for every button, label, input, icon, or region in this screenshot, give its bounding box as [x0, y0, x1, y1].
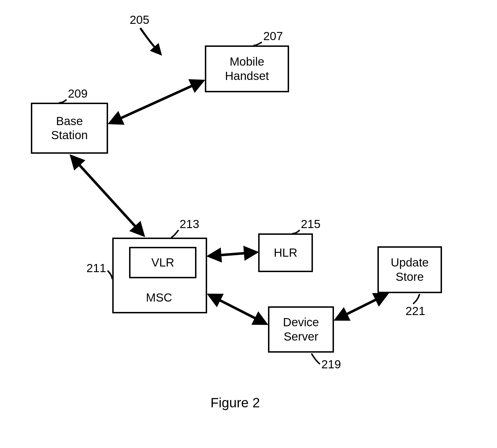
arrow-deviceserver-updatestore	[338, 295, 384, 318]
ref-207: 207	[263, 29, 283, 43]
arrow-msc-deviceserver	[211, 296, 264, 323]
ref-211: 211	[86, 261, 106, 275]
hlr-label: HLR	[274, 246, 297, 260]
ref-213: 213	[180, 217, 199, 231]
ref-219: 219	[321, 358, 341, 371]
update-store-label: Update Store	[391, 256, 429, 284]
update-store-box: Update Store	[377, 246, 442, 293]
leader-215	[292, 230, 300, 233]
ref-205: 205	[130, 13, 149, 27]
device-server-box: Device Server	[268, 306, 334, 353]
leader-213	[171, 230, 178, 238]
base-station-label: Base Station	[51, 114, 88, 143]
leader-211	[107, 271, 112, 279]
arrow-msc-hlr	[211, 252, 254, 256]
msc-label: MSC	[146, 291, 172, 304]
leader-207	[253, 42, 262, 45]
base-station-box: Base Station	[31, 103, 108, 154]
arrow-basestation-handset	[112, 82, 201, 122]
leader-209	[59, 100, 67, 103]
hlr-box: HLR	[258, 233, 313, 272]
device-server-label: Device Server	[283, 315, 319, 344]
vlr-box: VLR	[129, 247, 196, 278]
arrow-basestation-msc	[73, 158, 142, 233]
ref-209: 209	[68, 87, 88, 100]
ref-215: 215	[301, 217, 320, 231]
mobile-handset-label: Mobile Handset	[225, 55, 269, 83]
leader-221	[413, 294, 420, 304]
leader-219	[312, 353, 320, 364]
pointer-205	[140, 28, 159, 53]
figure-caption: Figure 2	[210, 395, 260, 410]
mobile-handset-box: Mobile Handset	[205, 45, 289, 92]
ref-221: 221	[406, 304, 425, 318]
vlr-label: VLR	[151, 256, 174, 270]
